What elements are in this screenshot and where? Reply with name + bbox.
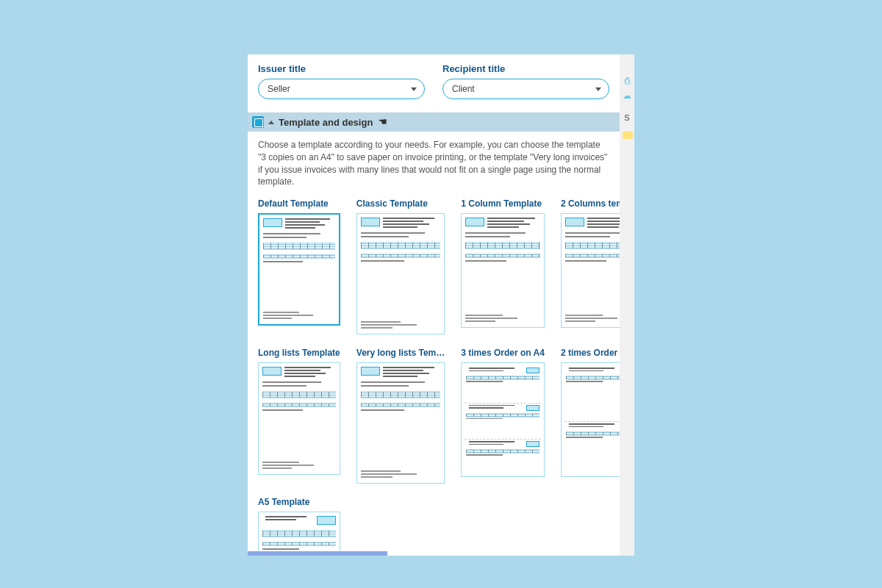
doc-logo-icon [317, 516, 336, 525]
template-thumb[interactable] [258, 512, 340, 556]
recipient-title-value: Client [452, 84, 475, 94]
doc-logo-icon [565, 218, 584, 226]
template-label: 2 times Order on A4 [561, 348, 620, 358]
doc-logo-icon [526, 405, 539, 411]
template-help-text: Choose a template according to your need… [258, 139, 609, 188]
template-label: A5 Template [258, 497, 340, 507]
hand-cursor-icon: ☚ [379, 116, 387, 127]
template-label: 1 Column Template [461, 198, 545, 209]
template-icon [252, 116, 264, 128]
template-label: Classic Template [356, 198, 445, 209]
issuer-title-select[interactable]: Seller [258, 79, 425, 99]
doc-logo-icon [526, 441, 539, 447]
template-thumb[interactable] [461, 362, 545, 477]
title-fields-row: Issuer title Seller Recipient title Clie… [258, 63, 609, 99]
issuer-title-field: Issuer title Seller [258, 63, 425, 99]
doc-logo-icon [262, 367, 282, 376]
template-option[interactable]: 1 Column Template [461, 198, 545, 334]
template-option[interactable]: 2 Columns template [561, 198, 620, 334]
doc-logo-icon [361, 218, 380, 226]
template-option[interactable]: Classic Template [356, 198, 445, 334]
template-section-title: Template and design [279, 117, 373, 128]
template-option[interactable]: 2 times Order on A4 [561, 348, 620, 484]
template-grid: Default Template Classic Template 1 Colu… [258, 198, 609, 556]
template-label: Very long lists Tem… [356, 348, 445, 358]
template-label: 3 times Order on A4 [461, 348, 545, 358]
recipient-title-label: Recipient title [442, 63, 609, 74]
template-label: 2 Columns template [561, 198, 620, 209]
doc-logo-icon [263, 218, 282, 227]
template-thumb[interactable] [258, 362, 340, 475]
bottom-accent-bar [248, 551, 387, 556]
doc-logo-icon [465, 218, 484, 226]
main-area: Issuer title Seller Recipient title Clie… [248, 54, 620, 556]
template-thumb[interactable] [258, 213, 340, 326]
template-option[interactable]: Long lists Template [258, 348, 340, 484]
template-option[interactable]: Very long lists Tem… [356, 348, 445, 484]
template-thumb[interactable] [561, 213, 620, 328]
template-label: Default Template [258, 198, 340, 209]
template-section-header[interactable]: Template and design ☚ [248, 112, 620, 132]
template-option[interactable]: A5 Template [258, 497, 340, 556]
sidebar-s-label: S [621, 112, 633, 123]
recipient-title-select[interactable]: Client [442, 79, 609, 99]
issuer-title-label: Issuer title [258, 63, 425, 74]
template-thumb[interactable] [461, 213, 545, 328]
settings-panel: Issuer title Seller Recipient title Clie… [248, 54, 634, 556]
template-thumb[interactable] [356, 362, 445, 484]
template-label: Long lists Template [258, 348, 340, 358]
doc-logo-icon [526, 368, 539, 373]
template-option[interactable]: Default Template [258, 198, 340, 334]
template-thumb[interactable] [356, 213, 445, 334]
collapse-caret-icon [268, 121, 274, 124]
doc-logo-icon [361, 367, 380, 376]
issuer-title-value: Seller [268, 84, 290, 94]
sidebar-cloud-icon[interactable]: ☁ [621, 90, 633, 101]
template-option[interactable]: 3 times Order on A4 [461, 348, 545, 484]
sidebar-yellow-badge[interactable] [623, 132, 633, 139]
template-thumb[interactable] [561, 362, 620, 477]
sidebar-share-icon[interactable]: ⎙ [621, 75, 633, 87]
recipient-title-field: Recipient title Client [442, 63, 609, 99]
right-sidebar: ⎙ ☁ S [620, 54, 634, 556]
